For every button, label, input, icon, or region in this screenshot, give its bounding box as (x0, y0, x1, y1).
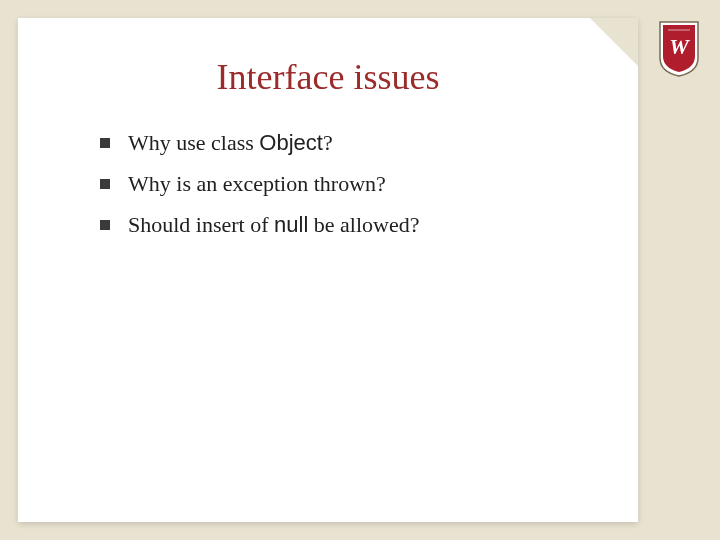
corner-fold (590, 18, 638, 66)
bullet-icon (100, 138, 110, 148)
wisconsin-crest-icon: W (658, 20, 700, 78)
bullet-icon (100, 220, 110, 230)
bullet-icon (100, 179, 110, 189)
svg-text:W: W (669, 34, 690, 59)
bullet-text: Should insert of null be allowed? (128, 208, 419, 241)
slide-panel: Interface issues Why use class Object? W… (18, 18, 638, 522)
bullet-text: Why use class Object? (128, 126, 333, 159)
list-item: Should insert of null be allowed? (100, 208, 598, 241)
slide-title: Interface issues (18, 18, 638, 126)
list-item: Why is an exception thrown? (100, 167, 598, 200)
list-item: Why use class Object? (100, 126, 598, 159)
slide-content: Why use class Object? Why is an exceptio… (18, 126, 638, 241)
bullet-text: Why is an exception thrown? (128, 167, 386, 200)
